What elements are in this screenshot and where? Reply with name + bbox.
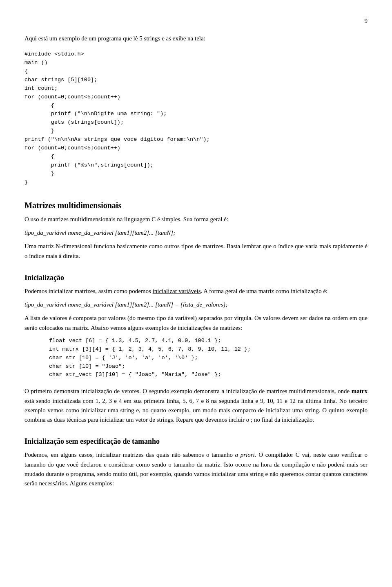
inicializacao-link1: inicializar variáveis — [153, 288, 201, 294]
matrizes-para1: O uso de matrizes multidimensionais na l… — [24, 215, 368, 224]
section-inicializacao-sem-title: Inicialização sem especificação de taman… — [24, 436, 368, 447]
inicializacao-sem-para1: Podemos, em alguns casos, inicializar ma… — [24, 450, 368, 488]
intro-text: Aqui está um exemplo de um programa que … — [24, 34, 368, 43]
inicializacao-para3-bold: matrx — [352, 388, 368, 394]
inicializacao-italic2: tipo_da_variável nome_da_variável [tam1]… — [24, 300, 368, 309]
matrizes-para2: Uma matriz N-dimensional funciona basica… — [24, 242, 368, 261]
inicializacao-sem-apriori: a priori — [235, 451, 255, 458]
code-main: #include <stdio.h> main () { char string… — [24, 50, 368, 187]
page-number: 9 — [24, 16, 368, 26]
matrizes-italic1: tipo_da_variável nome_da_variável [tam1]… — [24, 228, 368, 238]
inicializacao-sem-para1-text: Podemos, em alguns casos, inicializar ma… — [24, 451, 235, 458]
inicializacao-para1: Podemos inicializar matrizes, assim como… — [24, 287, 368, 296]
inicializacao-para1-text: Podemos inicializar matrizes, assim como… — [24, 288, 153, 294]
inicializacao-para1b: . A forma geral de uma matriz como inici… — [201, 288, 328, 294]
section-inicializacao-title: Inicialização — [24, 272, 368, 283]
section-matrizes-title: Matrizes multidimensionais — [24, 199, 368, 211]
inicializacao-para3-1: O primeiro demonstra inicialização de ve… — [24, 388, 352, 394]
inicializacao-para3-2: está sendo inicializada com 1, 2, 3 e 4 … — [24, 398, 368, 423]
inicializacao-para2: A lista de valores é composta por valore… — [24, 314, 368, 333]
code-examples: float vect [6] = { 1.3, 4.5, 2.7, 4.1, 0… — [49, 337, 368, 380]
inicializacao-para3: O primeiro demonstra inicialização de ve… — [24, 387, 368, 425]
